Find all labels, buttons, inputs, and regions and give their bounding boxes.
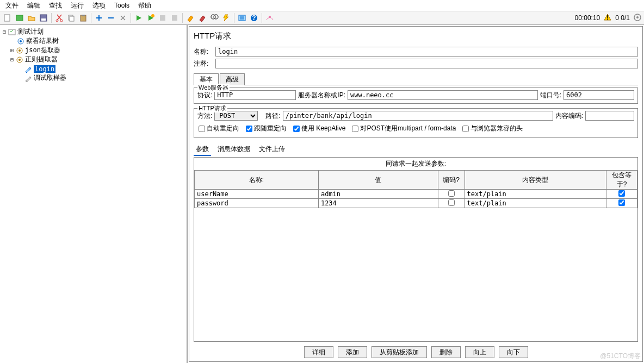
copy-icon[interactable] xyxy=(66,12,77,23)
function-helper-icon[interactable] xyxy=(237,12,247,23)
collapse-icon[interactable] xyxy=(106,12,116,23)
panel-title: HTTP请求 xyxy=(189,27,642,46)
stop-icon[interactable] xyxy=(157,12,168,23)
encoding-input[interactable] xyxy=(585,111,634,121)
params-table: 名称: 值 编码? 内容类型 包含等于? userName admin text… xyxy=(194,170,637,208)
params-title: 同请求一起发送参数: xyxy=(194,158,637,170)
name-input[interactable] xyxy=(215,47,638,57)
param-include-checkbox[interactable] xyxy=(618,199,625,206)
tree-item-results[interactable]: 察看结果树 xyxy=(26,36,59,46)
tree-item-debug[interactable]: 调试取样器 xyxy=(34,73,66,83)
menu-edit[interactable]: 编辑 xyxy=(24,0,44,11)
param-encode-checkbox[interactable] xyxy=(448,190,455,197)
templates-icon[interactable] xyxy=(14,12,25,23)
clear-all-icon[interactable] xyxy=(197,12,208,23)
tree-item-login[interactable]: login xyxy=(34,65,55,73)
svg-rect-7 xyxy=(70,16,74,21)
toggle-icon[interactable] xyxy=(117,12,128,23)
subtabs: 参数 消息体数据 文件上传 xyxy=(194,143,638,156)
gc-icon[interactable] xyxy=(633,13,642,23)
up-button[interactable]: 向上 xyxy=(465,346,494,358)
start-no-timers-icon[interactable] xyxy=(145,12,156,23)
param-name[interactable]: userName xyxy=(195,190,319,199)
web-server-legend: Web服务器 xyxy=(197,84,230,92)
add-button[interactable]: 添加 xyxy=(338,346,367,358)
th-ctype[interactable]: 内容类型 xyxy=(465,171,606,190)
expand-toggle[interactable]: ⊞ xyxy=(9,47,15,53)
keepalive-checkbox[interactable] xyxy=(293,126,300,132)
auto-redirect-label: 自动重定向 xyxy=(207,124,239,133)
param-value[interactable]: admin xyxy=(318,190,438,199)
follow-redirect-label: 跟随重定向 xyxy=(254,124,287,133)
table-row[interactable]: userName admin text/plain xyxy=(195,190,637,199)
open-icon[interactable] xyxy=(26,12,37,23)
tree-root[interactable]: 测试计划 xyxy=(17,27,44,36)
reset-search-icon[interactable] xyxy=(221,12,232,23)
testplan-icon xyxy=(8,28,16,36)
clear-icon[interactable] xyxy=(185,12,196,23)
heap-dump-icon[interactable] xyxy=(264,12,275,23)
th-include[interactable]: 包含等于? xyxy=(606,171,637,190)
subtab-files[interactable]: 文件上传 xyxy=(257,143,287,156)
keepalive-label: 使用 KeepAlive xyxy=(301,124,345,133)
comment-input[interactable] xyxy=(215,59,638,68)
follow-redirect-checkbox[interactable] xyxy=(246,126,252,132)
th-name[interactable]: 名称: xyxy=(195,171,319,190)
shutdown-icon[interactable] xyxy=(169,12,180,23)
param-name[interactable]: password xyxy=(195,199,319,208)
menu-file[interactable]: 文件 xyxy=(2,0,22,11)
svg-point-28 xyxy=(18,59,21,61)
param-encode-checkbox[interactable] xyxy=(448,199,455,206)
menu-help[interactable]: 帮助 xyxy=(135,0,154,11)
detail-button[interactable]: 详细 xyxy=(304,346,333,358)
warning-icon[interactable]: ! xyxy=(603,13,612,23)
menu-tools[interactable]: Tools xyxy=(111,1,133,10)
new-icon[interactable] xyxy=(2,12,13,23)
menubar: 文件 编辑 查找 运行 选项 Tools 帮助 xyxy=(0,0,644,11)
server-input[interactable] xyxy=(348,90,538,100)
browser-headers-checkbox[interactable] xyxy=(462,126,469,132)
menu-run[interactable]: 运行 xyxy=(67,0,87,11)
subtab-params[interactable]: 参数 xyxy=(194,143,211,156)
param-value[interactable]: 1234 xyxy=(318,199,438,208)
add-clipboard-button[interactable]: 从剪贴板添加 xyxy=(371,346,427,358)
param-ctype[interactable]: text/plain xyxy=(465,199,606,208)
toolbar: ? 00:00:10 ! 0 0/1 xyxy=(0,11,644,25)
menu-search[interactable]: 查找 xyxy=(46,0,65,11)
expand-toggle[interactable]: ⊟ xyxy=(1,29,8,35)
delete-button[interactable]: 删除 xyxy=(431,346,461,358)
th-value[interactable]: 值 xyxy=(318,171,438,190)
param-ctype[interactable]: text/plain xyxy=(465,190,606,199)
down-button[interactable]: 向下 xyxy=(499,346,528,358)
th-encode[interactable]: 编码? xyxy=(438,171,465,190)
cut-icon[interactable] xyxy=(54,12,65,23)
port-input[interactable] xyxy=(564,90,634,100)
table-row[interactable]: password 1234 text/plain xyxy=(195,199,637,208)
comment-label: 注释: xyxy=(194,59,213,68)
svg-rect-3 xyxy=(41,18,46,21)
menu-options[interactable]: 选项 xyxy=(89,0,109,11)
extractor-icon xyxy=(15,46,24,55)
start-icon[interactable] xyxy=(133,12,144,23)
path-input[interactable] xyxy=(283,111,553,121)
protocol-label: 协议: xyxy=(197,91,212,100)
multipart-checkbox[interactable] xyxy=(352,126,358,132)
tabs: 基本 高级 xyxy=(194,73,638,85)
path-label: 路径: xyxy=(265,111,280,121)
http-request-legend: HTTP请求 xyxy=(197,104,227,112)
expand-icon[interactable] xyxy=(94,12,104,23)
auto-redirect-checkbox[interactable] xyxy=(199,126,205,132)
svg-point-21 xyxy=(636,16,639,18)
svg-point-10 xyxy=(151,14,154,17)
help-icon[interactable]: ? xyxy=(249,12,259,23)
tree-item-regex-extractor[interactable]: 正则提取器 xyxy=(25,55,58,64)
subtab-body[interactable]: 消息体数据 xyxy=(215,143,252,156)
content-panel: HTTP请求 名称: 注释: 基本 高级 Web服务器 协议: 服务器名称或IP… xyxy=(189,26,643,362)
web-server-fieldset: Web服务器 协议: 服务器名称或IP: 端口号: xyxy=(194,87,638,104)
save-icon[interactable] xyxy=(38,12,49,23)
tree-item-json-extractor[interactable]: json提取器 xyxy=(25,46,60,55)
expand-toggle[interactable]: ⊟ xyxy=(9,57,15,62)
paste-icon[interactable] xyxy=(78,12,89,23)
param-include-checkbox[interactable] xyxy=(618,190,625,197)
search-icon[interactable] xyxy=(209,12,220,23)
